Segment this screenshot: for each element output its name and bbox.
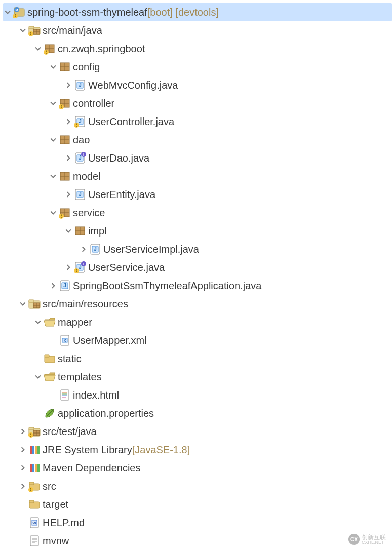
folder-warn-icon xyxy=(28,480,41,492)
tree-item-label: mvnw xyxy=(43,535,69,547)
tree-item-label: service xyxy=(73,207,105,219)
svg-text:I: I xyxy=(83,153,84,156)
java-icon: J xyxy=(59,280,71,292)
tree-item-jre[interactable]: JRE System Library [JavaSE-1.8] xyxy=(3,441,392,459)
tree-item-file-userentity[interactable]: JUserEntity.java xyxy=(3,185,392,204)
tree-item-file-index[interactable]: index.html xyxy=(3,386,392,404)
disclosure-arrow-icon[interactable] xyxy=(18,483,27,489)
package-folder-icon xyxy=(28,298,41,310)
svg-point-90 xyxy=(30,436,31,437)
svg-rect-78 xyxy=(45,355,49,357)
tree-item-label: src xyxy=(43,481,56,492)
tree-item-pkg-model[interactable]: model xyxy=(3,167,392,185)
tree-item-folder-mapper[interactable]: mapper xyxy=(3,313,392,331)
disclosure-arrow-icon[interactable] xyxy=(33,46,43,52)
tree-item-label: UserEntity.java xyxy=(88,189,155,201)
svg-rect-94 xyxy=(37,446,40,454)
disclosure-arrow-icon[interactable] xyxy=(49,137,58,143)
tree-item-maven[interactable]: Maven Dependencies xyxy=(3,459,392,477)
folder-icon xyxy=(28,498,41,510)
tree-item-src-main-resources[interactable]: src/main/resources xyxy=(3,295,392,313)
tree-item-pkg-root[interactable]: cn.zwqh.springboot xyxy=(3,40,392,58)
svg-text:J: J xyxy=(94,246,97,252)
disclosure-arrow-icon[interactable] xyxy=(33,319,43,325)
disclosure-arrow-icon[interactable] xyxy=(18,465,27,471)
tree-item-folder-src[interactable]: src xyxy=(3,477,392,495)
disclosure-arrow-icon[interactable] xyxy=(49,173,58,179)
tree-item-pkg-dao[interactable]: dao xyxy=(3,131,392,149)
word-icon: W xyxy=(28,517,41,529)
tree-item-label: src/main/resources xyxy=(43,298,128,310)
tree-item-file-springbootapp[interactable]: JSpringBootSsmThymeleafApplication.java xyxy=(3,277,392,295)
tree-item-label: controller xyxy=(73,98,114,109)
disclosure-arrow-icon[interactable] xyxy=(64,119,73,125)
tree-item-pkg-config[interactable]: config xyxy=(3,58,392,76)
tree-item-file-mvnw[interactable]: mvnw xyxy=(3,532,392,550)
tree-item-label: UserMapper.xml xyxy=(73,335,147,346)
tree-item-pkg-service[interactable]: service xyxy=(3,204,392,222)
svg-point-52 xyxy=(61,217,62,218)
disclosure-arrow-icon[interactable] xyxy=(18,301,27,307)
project-annotation: [boot] [devtools] xyxy=(147,7,219,18)
svg-text:M: M xyxy=(16,9,18,12)
package-folder-warn-icon xyxy=(28,24,41,36)
disclosure-arrow-icon[interactable] xyxy=(49,283,58,289)
disclosure-arrow-icon[interactable] xyxy=(64,155,73,161)
svg-text:X: X xyxy=(64,339,66,342)
disclosure-arrow-icon[interactable] xyxy=(64,82,73,88)
tree-item-file-usercontroller[interactable]: JUserController.java xyxy=(3,112,392,131)
tree-item-file-help[interactable]: WHELP.md xyxy=(3,514,392,532)
package-icon xyxy=(74,225,86,237)
disclosure-arrow-icon[interactable] xyxy=(64,228,73,234)
folder-open-icon xyxy=(44,316,56,328)
disclosure-arrow-icon[interactable] xyxy=(18,447,27,453)
tree-item-label: JRE System Library xyxy=(43,444,132,456)
svg-rect-85 xyxy=(29,427,34,430)
tree-item-folder-templates[interactable]: templates xyxy=(3,368,392,386)
disclosure-arrow-icon[interactable] xyxy=(64,191,73,198)
disclosure-arrow-icon[interactable] xyxy=(18,27,27,33)
tree-item-file-userdao[interactable]: JIUserDao.java xyxy=(3,149,392,167)
disclosure-arrow-icon[interactable] xyxy=(33,374,43,380)
tree-item-label: UserDao.java xyxy=(88,152,149,164)
tree-item-src-main-java[interactable]: src/main/java xyxy=(3,21,392,40)
disclosure-arrow-icon[interactable] xyxy=(79,246,88,252)
disclosure-arrow-icon[interactable] xyxy=(18,428,27,435)
disclosure-arrow-icon[interactable] xyxy=(3,9,12,15)
svg-text:J: J xyxy=(63,283,66,288)
svg-text:J: J xyxy=(79,155,82,161)
svg-rect-104 xyxy=(29,500,34,503)
tree-item-label: UserController.java xyxy=(88,116,174,128)
tree-item-file-usermapper[interactable]: XUserMapper.xml xyxy=(3,331,392,349)
tree-item-file-userserviceimpl[interactable]: JUserServiceImpl.java xyxy=(3,240,392,258)
tree-item-label: UserService.java xyxy=(88,262,165,273)
svg-point-28 xyxy=(61,107,62,108)
disclosure-arrow-icon[interactable] xyxy=(49,64,58,70)
tree-item-folder-static[interactable]: static xyxy=(3,349,392,368)
watermark-badge-icon: CX xyxy=(348,534,360,545)
project-icon: M xyxy=(13,6,25,18)
svg-text:W: W xyxy=(32,521,36,525)
leaf-icon xyxy=(44,407,56,419)
svg-point-5 xyxy=(15,16,16,17)
text-icon xyxy=(28,535,41,547)
disclosure-arrow-icon[interactable] xyxy=(49,210,58,216)
tree-item-label: src/main/java xyxy=(43,25,102,36)
svg-text:J: J xyxy=(79,119,82,124)
disclosure-arrow-icon[interactable] xyxy=(64,264,73,270)
disclosure-arrow-icon[interactable] xyxy=(49,100,58,106)
tree-item-folder-target[interactable]: target xyxy=(3,495,392,514)
tree-item-pkg-impl[interactable]: impl xyxy=(3,222,392,240)
java-interface-warn-icon: JI xyxy=(74,261,86,273)
tree-item-file-appprops[interactable]: application.properties xyxy=(3,404,392,422)
svg-text:J: J xyxy=(79,264,82,270)
tree-item-src-test-java[interactable]: src/test/java xyxy=(3,422,392,441)
tree-item-project-root[interactable]: Mspring-boot-ssm-thymeleaf [boot] [devto… xyxy=(3,3,392,21)
tree-item-file-webmvc[interactable]: JWebMvcConfig.java xyxy=(3,76,392,94)
tree-item-pkg-controller[interactable]: controller xyxy=(3,94,392,112)
folder-icon xyxy=(44,352,56,365)
xml-icon: X xyxy=(59,334,71,346)
tree-item-file-userservice[interactable]: JIUserService.java xyxy=(3,258,392,277)
watermark: CX 创新互联 CXHL.NET xyxy=(348,534,386,545)
svg-rect-91 xyxy=(30,446,32,454)
